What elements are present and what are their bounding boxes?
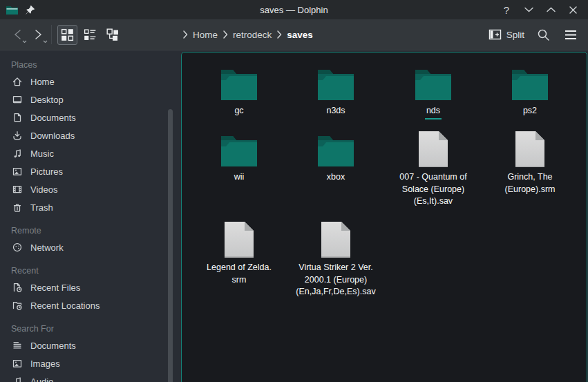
view-mode-tree-button[interactable] (103, 25, 123, 45)
sidebar-item-label: Documents (30, 113, 76, 123)
film-icon (12, 184, 23, 195)
section-title-recent: Recent (0, 263, 180, 278)
icons-view-icon (60, 28, 75, 42)
folder-icon (220, 67, 258, 102)
details-view-icon (83, 28, 97, 42)
sidebar-item-label: Music (30, 149, 54, 159)
close-icon (569, 6, 577, 14)
close-button[interactable] (565, 2, 581, 17)
folder-icon (414, 67, 453, 102)
sidebar-item-music[interactable]: Music (0, 144, 180, 162)
back-arrow-icon (13, 29, 22, 40)
pin-icon[interactable] (25, 5, 35, 15)
chevron-down-icon (524, 7, 533, 12)
search-icon (537, 28, 550, 41)
folder-icon (316, 133, 355, 168)
sidebar-item-label: Desktop (30, 95, 64, 105)
file-item-label: 007 - Quantum of Solace (Europe) (Es,It)… (399, 171, 466, 208)
help-button[interactable]: ? (498, 2, 515, 17)
titlebar: saves — Dolphin ? (0, 0, 588, 19)
image-icon (12, 166, 23, 177)
breadcrumb-current[interactable]: saves (287, 30, 313, 40)
image-icon (12, 358, 23, 369)
split-label: Split (506, 30, 524, 40)
back-button[interactable] (7, 24, 28, 45)
sidebar-scrollbar[interactable] (168, 109, 173, 382)
sidebar-item-videos[interactable]: Videos (0, 180, 180, 198)
sidebar-item-search-images[interactable]: Images (0, 354, 180, 372)
music-note-icon (12, 148, 23, 159)
forward-button[interactable] (28, 24, 48, 45)
file-item-label: Grinch, The (Europe).srm (505, 171, 556, 195)
trash-icon (12, 202, 23, 213)
sidebar-item-recent-files[interactable]: Recent Files (0, 278, 180, 296)
sidebar-item-label: Images (30, 359, 60, 369)
file-item-xbox[interactable]: xbox (287, 129, 384, 184)
file-item-nds[interactable]: nds (385, 63, 482, 120)
chevron-down-icon (22, 40, 27, 44)
sidebar-item-home[interactable]: Home (0, 73, 180, 90)
sidebar-item-trash[interactable]: Trash (0, 198, 180, 216)
sidebar-item-label: Pictures (30, 166, 63, 177)
hamburger-icon (565, 30, 577, 40)
file-item-wii[interactable]: wii (191, 129, 287, 184)
minimize-button[interactable] (520, 2, 537, 17)
file-item-ps2[interactable]: ps2 (482, 63, 578, 117)
forward-arrow-icon (34, 29, 43, 40)
file-item-label: Legend of Zelda. srm (207, 262, 272, 286)
sidebar-item-desktop[interactable]: Desktop (0, 90, 180, 108)
file-item-legend-of-zelda[interactable]: Legend of Zelda. srm (191, 220, 287, 286)
chevron-up-icon (547, 7, 556, 12)
scrollbar-thumb[interactable] (168, 109, 173, 382)
breadcrumb: Home retrodeck saves (182, 30, 313, 40)
breadcrumb-retrodeck[interactable]: retrodeck (233, 30, 272, 40)
section-title-remote: Remote (0, 223, 180, 238)
toolbar-separator (51, 25, 52, 44)
tree-view-icon (106, 28, 120, 42)
sidebar-item-label: Home (30, 77, 55, 87)
chevron-right-icon (222, 30, 228, 39)
file-item-label: xbox (327, 171, 345, 184)
file-icon (515, 131, 545, 168)
split-view-icon (489, 28, 502, 41)
sidebar-item-documents[interactable]: Documents (0, 108, 180, 126)
sidebar-item-label: Trash (30, 202, 53, 213)
file-item-n3ds[interactable]: n3ds (287, 63, 384, 117)
view-mode-icons-button[interactable] (57, 25, 77, 45)
view-mode-details-button[interactable] (80, 25, 100, 45)
folder-view[interactable]: gc n3ds nds ps2 wii xbox 007 - Quantum o… (181, 52, 587, 382)
toolbar: Home retrodeck saves Split (0, 19, 588, 50)
sidebar-item-search-audio[interactable]: Audio (0, 372, 180, 382)
sidebar-item-label: Recent Files (30, 283, 80, 293)
sidebar-item-search-documents[interactable]: Documents (0, 336, 180, 354)
document-icon (12, 112, 23, 123)
folder-icon (511, 67, 549, 102)
download-icon (12, 130, 23, 141)
file-item-gc[interactable]: gc (191, 63, 287, 117)
file-item-label: wii (234, 171, 245, 184)
recent-locations-icon (12, 300, 23, 311)
maximize-button[interactable] (542, 2, 559, 17)
network-icon (12, 242, 23, 253)
split-button[interactable]: Split (489, 28, 524, 41)
file-item-grinch[interactable]: Grinch, The (Europe).srm (482, 129, 578, 195)
sidebar-item-recent-locations[interactable]: Recent Locations (0, 296, 180, 314)
sidebar-item-network[interactable]: Network (0, 238, 180, 256)
file-item-label: n3ds (326, 105, 345, 117)
recent-files-icon (12, 282, 23, 293)
folder-icon (316, 67, 355, 102)
file-icon (418, 131, 448, 168)
sidebar-item-label: Documents (30, 341, 76, 351)
section-title-places: Places (0, 57, 180, 73)
sidebar-item-label: Audio (30, 376, 53, 382)
file-item-label: gc (234, 105, 243, 117)
search-button[interactable] (534, 26, 552, 44)
file-item-007-quantum-of-solace[interactable]: 007 - Quantum of Solace (Europe) (Es,It)… (385, 129, 482, 208)
sidebar-item-label: Network (30, 242, 64, 253)
sidebar-item-pictures[interactable]: Pictures (0, 162, 180, 180)
menu-button[interactable] (562, 26, 580, 44)
sidebar-item-downloads[interactable]: Downloads (0, 126, 180, 144)
file-item-virtua-striker[interactable]: Virtua Striker 2 Ver. 2000.1 (Europe) (E… (287, 220, 384, 298)
file-icon (321, 221, 351, 258)
breadcrumb-home[interactable]: Home (193, 30, 218, 40)
